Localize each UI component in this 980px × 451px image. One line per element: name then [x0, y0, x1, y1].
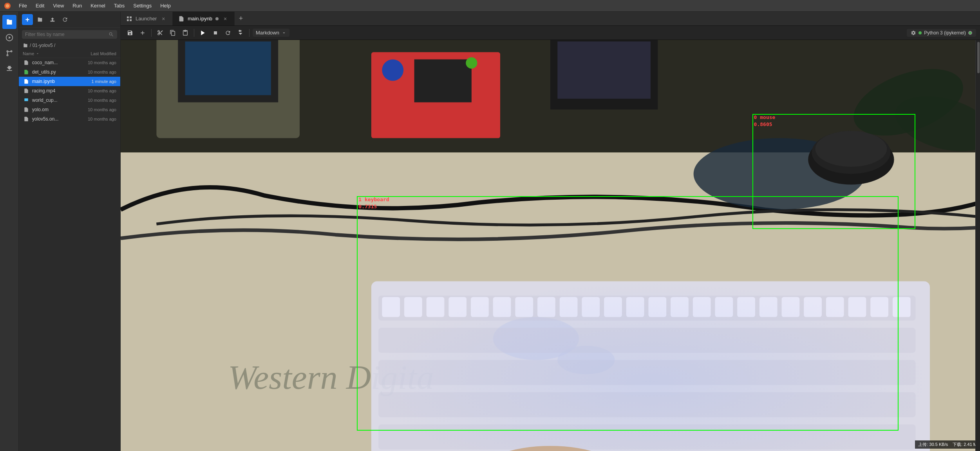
save-button[interactable]: [125, 27, 136, 38]
activity-bar: [0, 12, 19, 451]
svg-point-65: [815, 131, 887, 166]
file-modified-main: 1 minute ago: [73, 79, 116, 84]
file-icon-det: [23, 69, 30, 76]
scrollbar-thumb[interactable]: [977, 42, 980, 73]
activity-extension[interactable]: [2, 62, 16, 76]
tab-notebook-label: main.ipynb: [188, 16, 212, 22]
tab-launcher-label: Launcher: [136, 16, 157, 22]
menu-kernel[interactable]: Kernel: [87, 2, 109, 10]
tab-bar: Launcher × main.ipynb × +: [121, 12, 980, 26]
file-modified-yolov5s: 10 months ago: [73, 117, 116, 121]
detection-area: Western Digita: [121, 40, 980, 451]
copy-button[interactable]: [167, 27, 178, 38]
toolbar-separator-2: [194, 29, 194, 37]
file-row-racing[interactable]: racing.mp4 10 months ago: [19, 86, 120, 96]
search-box: [22, 30, 117, 39]
column-name[interactable]: Name: [23, 51, 73, 56]
tab-add-button[interactable]: +: [235, 12, 247, 26]
file-name-yolov5s: yolov5s.on...: [32, 116, 73, 122]
svg-rect-25: [557, 41, 651, 99]
kernel-activity-dot: [968, 31, 972, 35]
run-cell-button[interactable]: [197, 27, 208, 38]
svg-rect-13: [214, 31, 217, 34]
menu-help[interactable]: Help: [156, 2, 175, 10]
menu-file[interactable]: File: [15, 2, 31, 10]
menu-tabs[interactable]: Tabs: [110, 2, 128, 10]
app-logo: [3, 2, 12, 10]
scene-background: Western Digita: [121, 40, 980, 451]
kernel-status-dot: [919, 31, 922, 34]
breadcrumb-text: / 01-yolov5 /: [30, 43, 55, 48]
svg-rect-22: [414, 60, 472, 103]
svg-point-23: [466, 57, 477, 69]
file-list: Name Last Modified coco_nam... 10 months…: [19, 50, 120, 451]
file-name-racing: racing.mp4: [32, 88, 73, 94]
run-all-button[interactable]: [235, 27, 246, 38]
upload-button[interactable]: [47, 14, 58, 25]
file-row-yolo-om[interactable]: yolo.om 10 months ago: [19, 105, 120, 114]
kernel-select[interactable]: Python 3 (ipykernel): [907, 29, 976, 37]
new-file-button[interactable]: +: [22, 14, 33, 25]
add-cell-button[interactable]: [137, 27, 148, 38]
toolbar-separator-1: [151, 29, 152, 37]
activity-git[interactable]: [2, 46, 16, 60]
menu-view[interactable]: View: [49, 2, 68, 10]
download-status: 下载: 2.41 M: [953, 442, 977, 447]
restart-button[interactable]: [222, 27, 233, 38]
file-modified-world-cup: 10 months ago: [73, 98, 116, 103]
app-body: + / 01-yolov5 / Name: [0, 12, 980, 451]
svg-rect-60: [371, 281, 930, 451]
file-icon-main: [23, 78, 30, 85]
menubar: File Edit View Run Kernel Tabs Settings …: [0, 0, 980, 12]
file-row-yolov5s[interactable]: yolov5s.on... 10 months ago: [19, 114, 120, 124]
menu-run[interactable]: Run: [69, 2, 86, 10]
refresh-button[interactable]: [60, 14, 71, 25]
activity-files[interactable]: [2, 15, 16, 29]
file-row-main[interactable]: main.ipynb 1 minute ago: [19, 77, 120, 86]
menu-settings[interactable]: Settings: [129, 2, 155, 10]
svg-rect-10: [127, 19, 129, 21]
breadcrumb: / 01-yolov5 /: [19, 41, 120, 50]
file-row-coco[interactable]: coco_nam... 10 months ago: [19, 58, 120, 67]
file-icon-coco: [23, 59, 30, 66]
file-row-det[interactable]: det_utils.py 10 months ago: [19, 67, 120, 77]
activity-running[interactable]: [2, 31, 16, 45]
file-icon-yolov5s: [23, 115, 30, 123]
tab-main-notebook[interactable]: main.ipynb ×: [173, 12, 235, 25]
toolbar-separator-3: [249, 29, 250, 37]
notebook-toolbar: Markdown Python 3 (ipykernel): [121, 26, 980, 40]
svg-rect-19: [185, 41, 271, 95]
tab-notebook-close[interactable]: ×: [222, 15, 229, 22]
svg-rect-11: [130, 19, 132, 21]
svg-point-21: [382, 60, 403, 81]
svg-marker-3: [9, 36, 11, 39]
svg-rect-9: [130, 16, 132, 18]
search-icon: [108, 32, 114, 37]
tab-modified-dot: [215, 17, 219, 20]
file-icon-racing: [23, 87, 30, 94]
svg-rect-8: [127, 16, 129, 18]
file-name-yolo-om: yolo.om: [32, 107, 73, 112]
svg-rect-7: [24, 98, 28, 101]
file-modified-yolo-om: 10 months ago: [73, 107, 116, 112]
cell-type-label: Markdown: [256, 30, 279, 36]
tab-launcher-icon: [126, 16, 132, 22]
cell-type-select[interactable]: Markdown: [253, 29, 289, 37]
tab-launcher-close[interactable]: ×: [160, 15, 167, 22]
status-overlay: 上传: 30.5 KB/s 下载: 2.41 M: [915, 440, 980, 449]
tab-launcher[interactable]: Launcher ×: [121, 12, 173, 25]
svg-point-1: [6, 4, 9, 7]
svg-point-5: [7, 54, 8, 56]
settings-icon: [911, 30, 916, 36]
cut-button[interactable]: [155, 27, 166, 38]
interrupt-button[interactable]: [210, 27, 221, 38]
cell-type-chevron: [282, 31, 286, 35]
open-folder-button[interactable]: [34, 14, 45, 25]
right-scrollbar[interactable]: [975, 40, 980, 451]
file-row-world-cup[interactable]: world_cup... 10 months ago: [19, 96, 120, 105]
menu-edit[interactable]: Edit: [32, 2, 48, 10]
main-content: Launcher × main.ipynb × +: [121, 12, 980, 451]
search-input[interactable]: [25, 32, 106, 37]
upload-status: 上传: 30.5 KB/s: [918, 442, 948, 447]
paste-button[interactable]: [180, 27, 191, 38]
